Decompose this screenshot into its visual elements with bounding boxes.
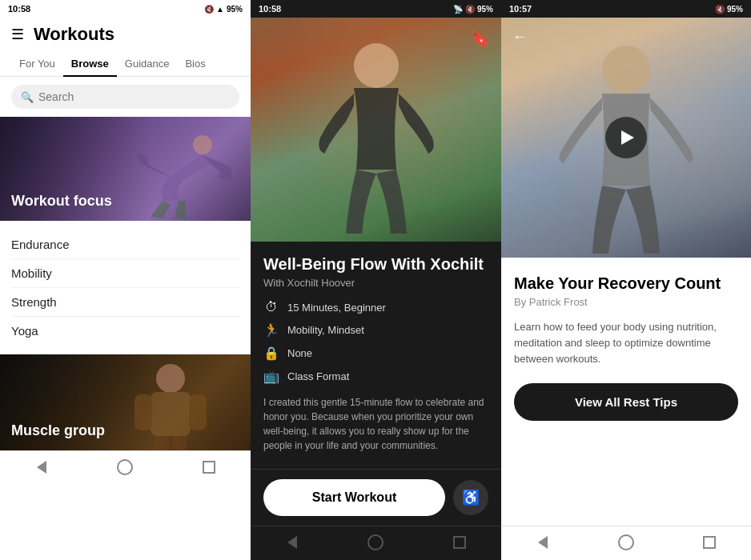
workout-focus-banner[interactable]: Workout focus — [0, 117, 251, 221]
cast-icon: 📡 — [453, 5, 463, 14]
clock-icon: ⏱ — [263, 300, 279, 314]
tab-browse[interactable]: Browse — [63, 51, 117, 76]
svg-point-1 — [156, 364, 185, 393]
meta-type: 🏃 Mobility, Mindset — [263, 322, 488, 338]
nav-recent-2[interactable] — [450, 533, 469, 552]
accessibility-button[interactable]: ♿ — [453, 480, 488, 515]
meta-duration-text: 15 Minutes, Beginner — [287, 302, 386, 314]
time-2: 10:58 — [259, 4, 281, 14]
recovery-instructor: By Patrick Frost — [514, 296, 738, 308]
back-icon-3[interactable]: ← — [512, 29, 527, 46]
nav-bar-1 — [0, 450, 251, 485]
play-button[interactable] — [605, 117, 647, 158]
person-icon: 🏃 — [263, 322, 279, 338]
hamburger-icon[interactable]: ☰ — [11, 26, 24, 43]
nav-bar-2 — [251, 526, 501, 560]
workout-instructor: With Xochilt Hoover — [263, 277, 488, 289]
nav-home-1[interactable] — [115, 458, 135, 477]
search-bar: 🔍 — [11, 85, 239, 109]
meta-equipment: 🔒 None — [263, 346, 488, 361]
muscle-group-label: Muscle group — [11, 422, 105, 439]
tab-guidance[interactable]: Guidance — [117, 51, 178, 76]
meta-duration: ⏱ 15 Minutes, Beginner — [263, 300, 488, 314]
nav-recent-1[interactable] — [199, 458, 219, 477]
svg-rect-4 — [189, 394, 207, 430]
focus-item-yoga[interactable]: Yoga — [11, 317, 239, 345]
workout-detail-content: Well-Being Flow With Xochilt With Xochil… — [251, 242, 501, 469]
workout-hero-person — [251, 18, 501, 242]
bookmark-icon[interactable]: 🔖 — [470, 29, 490, 48]
nav-back-2[interactable] — [283, 533, 302, 552]
mute-icon-2: 🔇 — [465, 5, 475, 14]
muscle-group-banner[interactable]: Muscle group — [0, 354, 251, 450]
panel-workout-detail: 10:58 📡 🔇 95% 🔖 Well-Being Flow With Xoc… — [251, 0, 501, 560]
workout-meta: ⏱ 15 Minutes, Beginner 🏃 Mobility, Minds… — [263, 300, 488, 384]
nav-bar-3 — [501, 526, 751, 560]
workout-hero: 🔖 — [251, 18, 501, 242]
workout-description: I created this gentle 15-minute flow to … — [263, 395, 488, 453]
status-icons-3: 🔇 95% — [715, 5, 743, 14]
app-header: ☰ Workouts — [0, 18, 251, 51]
battery-icon: 95% — [227, 5, 243, 14]
focus-list: Endurance Mobility Strength Yoga — [0, 221, 251, 354]
recovery-hero: ← — [501, 18, 751, 258]
time-3: 10:57 — [509, 4, 532, 14]
focus-item-endurance[interactable]: Endurance — [11, 230, 239, 259]
play-icon — [621, 130, 634, 145]
mute-icon: 🔇 — [204, 5, 214, 14]
tab-bios[interactable]: Bios — [177, 51, 213, 76]
app-title: Workouts — [34, 24, 114, 45]
svg-point-0 — [193, 135, 212, 154]
wifi-icon: ▲ — [216, 5, 224, 14]
focus-item-strength[interactable]: Strength — [11, 288, 239, 317]
meta-equipment-text: None — [287, 347, 312, 359]
status-bar-3: 10:57 🔇 95% — [501, 0, 751, 18]
nav-back-3[interactable] — [533, 533, 552, 552]
tab-bar: For You Browse Guidance Bios — [0, 51, 251, 77]
svg-rect-3 — [135, 394, 152, 430]
status-bar-1: 10:58 🔇 ▲ 95% — [0, 0, 251, 18]
meta-format-text: Class Format — [287, 370, 349, 382]
accessibility-icon: ♿ — [462, 489, 480, 506]
workout-focus-label: Workout focus — [11, 193, 112, 210]
meta-format: 📺 Class Format — [263, 369, 488, 384]
start-workout-button[interactable]: Start Workout — [263, 479, 445, 516]
panel-workouts-browse: 10:58 🔇 ▲ 95% ☰ Workouts For You Browse … — [0, 0, 251, 560]
nav-home-2[interactable] — [366, 533, 385, 552]
search-input[interactable] — [38, 90, 230, 103]
svg-point-7 — [354, 43, 399, 88]
view-tips-button[interactable]: View All Rest Tips — [514, 383, 738, 421]
recovery-description: Learn how to feed your body using nutrit… — [514, 319, 738, 367]
status-bar-2: 10:58 📡 🔇 95% — [251, 0, 501, 18]
start-workout-bar: Start Workout ♿ — [251, 469, 501, 526]
time-1: 10:58 — [8, 4, 30, 14]
screen-icon: 📺 — [263, 369, 279, 384]
status-icons-1: 🔇 ▲ 95% — [204, 5, 243, 14]
nav-recent-3[interactable] — [700, 533, 719, 552]
recovery-title: Make Your Recovery Count — [514, 274, 738, 293]
meta-type-text: Mobility, Mindset — [287, 324, 364, 336]
mute-icon-3: 🔇 — [715, 5, 725, 14]
nav-home-3[interactable] — [616, 533, 636, 552]
svg-rect-2 — [151, 392, 191, 436]
focus-item-mobility[interactable]: Mobility — [11, 259, 239, 288]
battery-icon-3: 95% — [727, 5, 743, 14]
battery-icon-2: 95% — [477, 5, 493, 14]
svg-rect-5 — [155, 436, 169, 450]
lock-icon: 🔒 — [263, 346, 279, 361]
status-icons-2: 📡 🔇 95% — [453, 5, 493, 14]
search-icon: 🔍 — [21, 91, 34, 103]
workout-title: Well-Being Flow With Xochilt — [263, 254, 488, 274]
panel-recovery: 10:57 🔇 95% ← Make Your Recovery Count B… — [501, 0, 751, 560]
nav-back-1[interactable] — [32, 458, 51, 477]
tab-for-you[interactable]: For You — [11, 51, 63, 76]
yoga-figure-image — [98, 121, 243, 221]
svg-point-8 — [602, 46, 650, 94]
svg-rect-6 — [172, 436, 187, 450]
recovery-content: Make Your Recovery Count By Patrick Fros… — [501, 258, 751, 526]
